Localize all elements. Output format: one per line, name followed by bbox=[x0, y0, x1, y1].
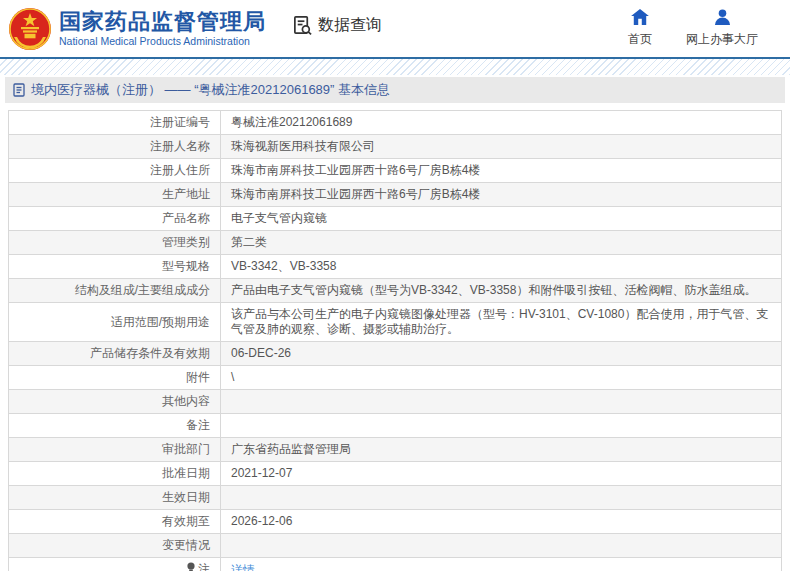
row-value: 产品由电子支气管内窥镜（型号为VB-3342、VB-3358）和附件吸引按钮、活… bbox=[221, 279, 782, 303]
details-link[interactable]: 详情 bbox=[231, 563, 255, 571]
nav-home[interactable]: 首页 bbox=[628, 9, 652, 48]
brand-text: 国家药品监督管理局 National Medical Products Admi… bbox=[59, 10, 266, 48]
top-nav: 首页 网上办事大厅 bbox=[628, 9, 772, 48]
nav-home-label: 首页 bbox=[628, 31, 652, 48]
row-label: 产品名称 bbox=[9, 207, 221, 231]
row-value: 粤械注准20212061689 bbox=[221, 111, 782, 135]
row-label: 产品储存条件及有效期 bbox=[9, 342, 221, 366]
row-value: 珠海视新医用科技有限公司 bbox=[221, 135, 782, 159]
table-row: 生效日期 bbox=[9, 486, 782, 510]
row-label: 适用范围/预期用途 bbox=[9, 303, 221, 342]
site-header: 国家药品监督管理局 National Medical Products Admi… bbox=[0, 0, 790, 57]
table-row: 生产地址珠海市南屏科技工业园屏西十路6号厂房B栋4楼 bbox=[9, 183, 782, 207]
table-row: 结构及组成/主要组成成分产品由电子支气管内窥镜（型号为VB-3342、VB-33… bbox=[9, 279, 782, 303]
table-row: 管理类别第二类 bbox=[9, 231, 782, 255]
row-value: \ bbox=[221, 366, 782, 390]
document-search-icon bbox=[292, 15, 313, 36]
lightbulb-icon bbox=[186, 562, 196, 571]
row-label: 注 bbox=[9, 558, 221, 571]
row-value: 2021-12-07 bbox=[221, 462, 782, 486]
table-row: 审批部门广东省药品监督管理局 bbox=[9, 438, 782, 462]
row-value: 06-DEC-26 bbox=[221, 342, 782, 366]
table-row: 产品储存条件及有效期06-DEC-26 bbox=[9, 342, 782, 366]
row-label: 批准日期 bbox=[9, 462, 221, 486]
table-row: 变更情况 bbox=[9, 534, 782, 558]
row-label: 有效期至 bbox=[9, 510, 221, 534]
table-row: 注册证编号粤械注准20212061689 bbox=[9, 111, 782, 135]
row-label: 备注 bbox=[9, 414, 221, 438]
home-icon bbox=[631, 9, 649, 28]
row-value: 第二类 bbox=[221, 231, 782, 255]
row-label: 变更情况 bbox=[9, 534, 221, 558]
row-label: 管理类别 bbox=[9, 231, 221, 255]
row-label: 型号规格 bbox=[9, 255, 221, 279]
table-row: 注册人名称珠海视新医用科技有限公司 bbox=[9, 135, 782, 159]
striped-divider bbox=[0, 59, 790, 75]
row-value bbox=[221, 414, 782, 438]
row-label: 其他内容 bbox=[9, 390, 221, 414]
row-value: 该产品与本公司生产的电子内窥镜图像处理器（型号：HV-3101、CV-1080）… bbox=[221, 303, 782, 342]
info-table: 注册证编号粤械注准20212061689注册人名称珠海视新医用科技有限公司注册人… bbox=[8, 110, 782, 571]
brand: 国家药品监督管理局 National Medical Products Admi… bbox=[8, 7, 266, 51]
table-row: 附件\ bbox=[9, 366, 782, 390]
table-row: 注详情 bbox=[9, 558, 782, 571]
data-query-label: 数据查询 bbox=[318, 15, 382, 36]
row-label: 生效日期 bbox=[9, 486, 221, 510]
row-label: 注册证编号 bbox=[9, 111, 221, 135]
row-value bbox=[221, 486, 782, 510]
row-label: 注册人住所 bbox=[9, 159, 221, 183]
row-value: 珠海市南屏科技工业园屏西十路6号厂房B栋4楼 bbox=[221, 183, 782, 207]
row-value: 珠海市南屏科技工业园屏西十路6号厂房B栋4楼 bbox=[221, 159, 782, 183]
row-value: VB-3342、VB-3358 bbox=[221, 255, 782, 279]
row-value bbox=[221, 390, 782, 414]
row-value bbox=[221, 534, 782, 558]
table-row: 型号规格VB-3342、VB-3358 bbox=[9, 255, 782, 279]
document-icon bbox=[13, 83, 25, 97]
row-value: 2026-12-06 bbox=[221, 510, 782, 534]
agency-name-cn: 国家药品监督管理局 bbox=[59, 10, 266, 34]
row-label: 附件 bbox=[9, 366, 221, 390]
row-value: 电子支气管内窥镜 bbox=[221, 207, 782, 231]
row-value: 广东省药品监督管理局 bbox=[221, 438, 782, 462]
row-label: 审批部门 bbox=[9, 438, 221, 462]
person-icon bbox=[714, 9, 731, 28]
table-row: 备注 bbox=[9, 414, 782, 438]
table-row: 适用范围/预期用途该产品与本公司生产的电子内窥镜图像处理器（型号：HV-3101… bbox=[9, 303, 782, 342]
table-row: 有效期至2026-12-06 bbox=[9, 510, 782, 534]
breadcrumb: 境内医疗器械（注册） —— “粤械注准20212061689” 基本信息 bbox=[5, 77, 785, 103]
table-row: 批准日期2021-12-07 bbox=[9, 462, 782, 486]
row-label: 注册人名称 bbox=[9, 135, 221, 159]
row-label: 生产地址 bbox=[9, 183, 221, 207]
row-label: 结构及组成/主要组成成分 bbox=[9, 279, 221, 303]
table-row: 注册人住所珠海市南屏科技工业园屏西十路6号厂房B栋4楼 bbox=[9, 159, 782, 183]
page-title: 境内医疗器械（注册） —— “粤械注准20212061689” 基本信息 bbox=[31, 81, 390, 99]
row-value: 详情 bbox=[221, 558, 782, 571]
nmpa-emblem-logo bbox=[8, 7, 52, 51]
table-row: 其他内容 bbox=[9, 390, 782, 414]
nav-hall-label: 网上办事大厅 bbox=[686, 31, 758, 48]
agency-name-en: National Medical Products Administration bbox=[59, 36, 266, 48]
data-query-tab[interactable]: 数据查询 bbox=[292, 15, 382, 36]
nav-online-hall[interactable]: 网上办事大厅 bbox=[686, 9, 758, 48]
table-row: 产品名称电子支气管内窥镜 bbox=[9, 207, 782, 231]
